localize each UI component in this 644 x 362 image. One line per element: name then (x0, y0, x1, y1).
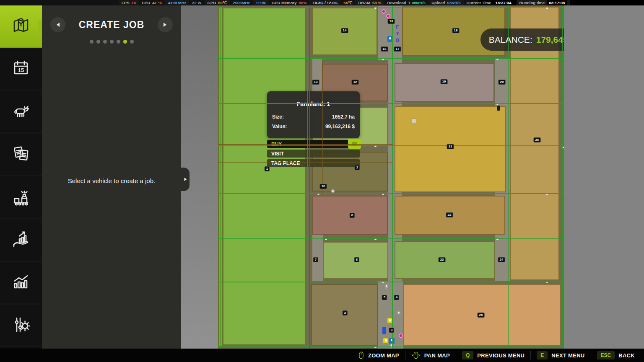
status-label: CPU (142, 0, 150, 5)
status-value: 2505MHz (233, 0, 250, 5)
field-boundary-line (218, 7, 564, 8)
status-value: 4190 MHz (168, 0, 186, 5)
visit-button[interactable]: VISIT (267, 150, 360, 158)
panel-expand-tab[interactable] (181, 168, 190, 191)
map-label-3: 3 (389, 328, 394, 333)
production-icon (11, 186, 31, 208)
map-field-21[interactable] (395, 106, 506, 192)
border-line (322, 60, 323, 194)
field-number-26: 26 (534, 137, 541, 142)
field-boundary-line (218, 145, 564, 146)
status-item-download: Download1.08MB/s (384, 0, 429, 5)
action-previous-menu[interactable]: QPREVIOUS MENU (456, 351, 530, 359)
sidebar-item-calendar[interactable]: 15 (0, 48, 42, 91)
action-label: NEXT MENU (551, 352, 584, 359)
action-pan-map[interactable]: PAN MAP (405, 351, 456, 359)
sidebar-item-contracts[interactable] (0, 134, 42, 176)
status-label: Upload (431, 0, 445, 5)
sidebar-item-finances[interactable] (0, 219, 42, 262)
field-boundary-line (562, 6, 563, 348)
size-label: Size: (272, 114, 284, 120)
status-label: DRAM (358, 0, 370, 5)
field-number-22: 22 (446, 212, 453, 217)
map-label-16: 16 (381, 47, 388, 52)
status-value: 86% (299, 0, 306, 5)
field-number-12: 12 (352, 80, 359, 85)
sidebar-item-map[interactable] (0, 5, 42, 48)
field-boundary-line (218, 103, 564, 104)
finances-icon (11, 229, 31, 251)
map-margin-right (564, 5, 644, 349)
poi-text: F (396, 24, 399, 30)
field-number-8: 8 (350, 213, 355, 218)
page-title: CREATE JOB (79, 19, 145, 31)
field-boundary-line (508, 6, 509, 348)
status-label: Download (387, 0, 406, 5)
dark-badge[interactable] (497, 106, 500, 111)
action-next-menu[interactable]: ENEXT MENU (530, 351, 590, 359)
field-boundary-line (218, 346, 564, 347)
action-back[interactable]: ESCBACK (591, 351, 641, 359)
status-item-dram: DRAM53 % (355, 0, 384, 5)
chevron-left-icon (57, 23, 60, 27)
money-icon (348, 139, 361, 149)
map-label-17: 17 (394, 47, 401, 52)
status-item-4190-mhz: 4190 MHz (165, 0, 189, 5)
status-value: 50℃ (218, 0, 227, 5)
status-item-10-3g-12-0g: 10.3G / 12.0G (309, 0, 340, 5)
keycap-q: Q (462, 351, 473, 359)
poi-text: Y (396, 31, 400, 37)
pagination-dots (42, 40, 181, 44)
status-item-running-time: Running time03:17:08 (517, 0, 570, 5)
status-item-current-time: Current Time18:37:34 (464, 0, 517, 5)
field-number-18: 18 (452, 28, 460, 33)
status-item-32-w: 32 W (189, 0, 204, 5)
status-value: 53 % (372, 0, 382, 5)
action-zoom-map[interactable]: ZOOM MAP (352, 351, 405, 359)
map-icon (11, 16, 31, 37)
statistics-icon (11, 272, 31, 294)
svg-text:15: 15 (18, 67, 24, 73)
animals-icon (11, 101, 31, 123)
status-item-111w: 111W (253, 0, 269, 5)
sidebar-item-settings[interactable] (0, 305, 42, 347)
mouse-pan-icon (411, 351, 421, 359)
balance-display: BALANCE: 179,645 $ (480, 28, 564, 51)
page-dot-3 (103, 40, 107, 44)
map-label-4: 4 (394, 295, 399, 300)
contracts-icon (11, 144, 31, 165)
status-label: GPU Memory (272, 0, 297, 5)
prev-page-button[interactable] (50, 17, 65, 32)
status-item-gpu: GPU50℃ (205, 0, 230, 5)
border-line (218, 144, 393, 145)
map-label-10: 10 (320, 184, 327, 189)
page-dot-2 (96, 40, 100, 44)
tag-place-button[interactable]: TAG PLACE (267, 159, 360, 167)
field-boundary-line (220, 6, 221, 348)
status-item-2505mhz: 2505MHz (230, 0, 253, 5)
balance-label: BALANCE: (489, 35, 532, 45)
next-page-button[interactable] (158, 17, 173, 32)
page-dot-4 (110, 40, 114, 44)
status-item-gpu-memory: GPU Memory86% (269, 0, 310, 5)
blue-rect[interactable] (382, 327, 386, 334)
status-value: 56℃ (343, 0, 352, 5)
farmland-info-card: Farmland: 1 Size:1652.7 ha Value:99,162,… (267, 91, 360, 138)
border-line (309, 6, 310, 348)
panel-header: CREATE JOB (42, 17, 181, 32)
gray-badge[interactable] (412, 119, 416, 123)
status-item-fps: FPS16 (119, 0, 139, 5)
panel-message: Select a vehicle to create a job. (42, 177, 181, 184)
sidebar-item-animals[interactable] (0, 91, 42, 134)
field-number-19: 19 (441, 79, 448, 84)
map-view[interactable]: Farmland: 1 Size:1652.7 ha Value:99,162,… (218, 5, 564, 349)
page-dot-6 (123, 40, 127, 44)
field-number-14: 14 (341, 28, 348, 33)
action-label: PAN MAP (424, 352, 450, 359)
yellow-badge[interactable] (383, 338, 388, 344)
sidebar-item-statistics[interactable] (0, 262, 42, 305)
farmland-title: Farmland: 1 (267, 91, 360, 107)
action-label: ZOOM MAP (368, 352, 399, 359)
settings-icon (11, 315, 31, 336)
sidebar-item-production[interactable] (0, 176, 42, 219)
